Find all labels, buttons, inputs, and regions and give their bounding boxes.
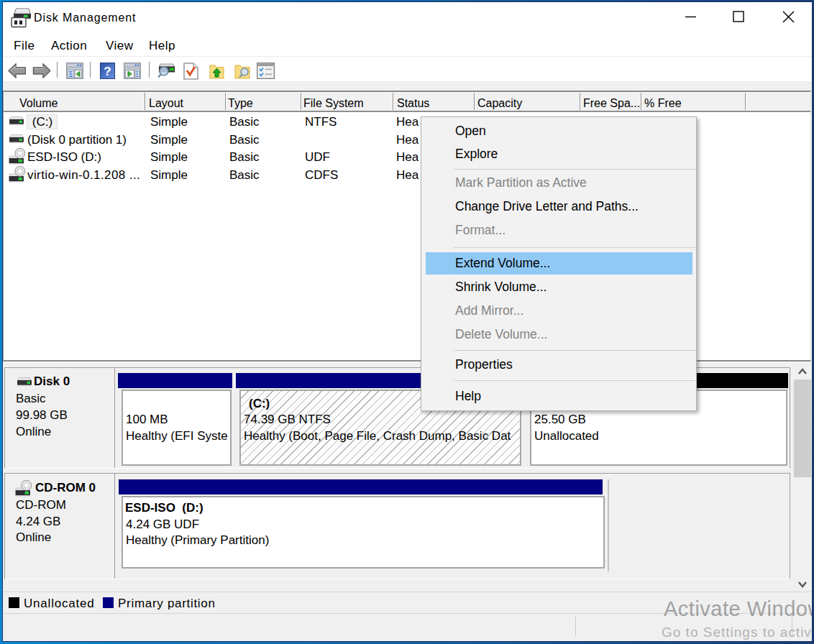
svg-text:?: ? [104,65,111,78]
